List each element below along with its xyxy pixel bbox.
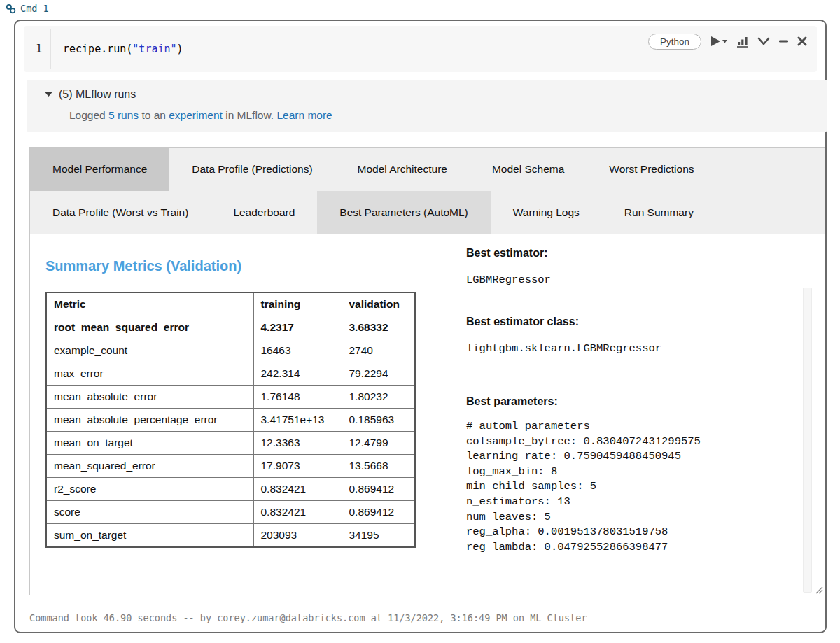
tab-leaderboard[interactable]: Leaderboard — [211, 191, 317, 234]
mlflow-runs-toggle[interactable]: (5) MLflow runs — [45, 88, 136, 101]
best-estimator-class-value: lightgbm.sklearn.LGBMRegressor — [466, 342, 795, 355]
table-cell: 3.68332 — [342, 316, 415, 339]
table-row: max_error242.31479.2294 — [46, 362, 415, 386]
table-cell: 3.41751e+13 — [253, 409, 342, 432]
table-cell: 13.5668 — [342, 455, 415, 478]
summary-metrics-section: Summary Metrics (Validation) Metrictrain… — [46, 258, 416, 548]
code-string-literal: "train" — [132, 43, 176, 55]
table-row: root_mean_squared_error4.23173.68332 — [46, 316, 415, 339]
code-line: recipe.run("train") — [63, 26, 183, 72]
table-row: example_count164632740 — [46, 339, 415, 362]
table-cell: 1.76148 — [253, 386, 342, 409]
tab-warning-logs[interactable]: Warning Logs — [491, 191, 602, 234]
command-status: Command took 46.90 seconds -- by corey.z… — [29, 612, 587, 623]
tab-run-summary[interactable]: Run Summary — [602, 191, 716, 234]
learn-more-link[interactable]: Learn more — [276, 109, 332, 121]
notebook-cell: 1 recipe.run("train") Python — [14, 20, 827, 633]
gutter-divider — [50, 29, 51, 69]
table-cell: 2740 — [342, 339, 415, 362]
table-cell: 0.869412 — [342, 478, 415, 501]
code-text: recipe.run( — [63, 43, 132, 55]
best-estimator-class-label: Best estimator class: — [466, 316, 795, 328]
tab-model-schema[interactable]: Model Schema — [470, 148, 587, 191]
table-cell: 0.832421 — [253, 501, 342, 524]
runs-link[interactable]: 5 runs — [108, 109, 139, 121]
notebook-page: Cmd 1 1 recipe.run("train") Python — [0, 0, 840, 643]
table-cell: r2_score — [46, 478, 253, 501]
best-parameters-label: Best parameters: — [466, 395, 795, 408]
best-estimator-label: Best estimator: — [466, 247, 795, 260]
table-cell: root_mean_squared_error — [46, 316, 253, 339]
table-cell: mean_on_target — [46, 432, 253, 455]
table-cell: example_count — [46, 339, 253, 362]
mlflow-detail-middle2: in MLflow. — [223, 109, 277, 121]
table-cell: max_error — [46, 362, 253, 386]
cmd-label[interactable]: Cmd 1 — [20, 3, 49, 14]
table-cell: 17.9073 — [253, 455, 342, 478]
table-cell: 34195 — [342, 524, 415, 548]
cmd-header: Cmd 1 — [6, 3, 49, 14]
table-cell: 16463 — [253, 339, 342, 362]
table-row: mean_squared_error17.907313.5668 — [46, 455, 415, 478]
minimize-icon[interactable] — [778, 37, 789, 45]
metrics-header-row: Metrictrainingvalidation — [46, 292, 415, 316]
vertical-scrollbar[interactable] — [803, 288, 812, 593]
table-cell: 0.832421 — [253, 478, 342, 501]
chart-icon[interactable] — [736, 36, 749, 48]
chevron-down-icon[interactable] — [757, 37, 770, 45]
caret-down-icon — [45, 92, 52, 97]
mlflow-runs-title: (5) MLflow runs — [59, 88, 136, 101]
mlflow-runs-detail: Logged 5 runs to an experiment in MLflow… — [69, 109, 332, 122]
mlflow-detail-middle1: to an — [139, 109, 169, 121]
tab-model-architecture[interactable]: Model Architecture — [335, 148, 470, 191]
mlflow-runs-section: (5) MLflow runs Logged 5 runs to an expe… — [27, 80, 827, 132]
table-cell: 203093 — [253, 524, 342, 548]
table-cell: 12.4799 — [342, 432, 415, 455]
metrics-header-cell: Metric — [46, 292, 253, 316]
table-row: mean_absolute_error1.761481.80232 — [46, 386, 415, 409]
resize-grip-icon[interactable] — [813, 584, 823, 594]
metrics-header-cell: validation — [342, 292, 415, 316]
run-icon[interactable] — [710, 36, 728, 47]
best-estimator-value: LGBMRegressor — [466, 274, 795, 286]
cell-toolbar: Python — [648, 31, 807, 51]
best-parameters-block: # automl parameters colsample_bytree: 0.… — [466, 419, 795, 555]
tab-data-profile-worst-vs-train[interactable]: Data Profile (Worst vs Train) — [30, 191, 211, 234]
table-cell: mean_absolute_percentage_error — [46, 409, 253, 432]
mlflow-detail-prefix: Logged — [69, 109, 108, 121]
table-row: mean_absolute_percentage_error3.41751e+1… — [46, 409, 415, 432]
table-cell: mean_absolute_error — [46, 386, 253, 409]
metrics-table: Metrictrainingvalidation root_mean_squar… — [46, 292, 416, 548]
line-number-gutter: 1 — [24, 26, 50, 72]
code-text-close: ) — [177, 43, 183, 55]
tab-row-2: Data Profile (Worst vs Train)Leaderboard… — [30, 191, 825, 234]
metrics-header-cell: training — [253, 292, 342, 316]
table-cell: 4.2317 — [253, 316, 342, 339]
experiment-link[interactable]: experiment — [169, 109, 223, 121]
table-cell: 0.185963 — [342, 409, 415, 432]
code-editor[interactable]: 1 recipe.run("train") Python — [24, 26, 817, 72]
best-parameters-section: Best estimator: LGBMRegressor Best estim… — [466, 247, 795, 555]
table-cell: 0.869412 — [342, 501, 415, 524]
tab-best-parameters-automl[interactable]: Best Parameters (AutoML) — [317, 191, 490, 234]
tab-model-performance[interactable]: Model Performance — [30, 148, 169, 191]
table-cell: mean_squared_error — [46, 455, 253, 478]
results-panel: Model PerformanceData Profile (Predictio… — [29, 147, 825, 595]
summary-metrics-heading: Summary Metrics (Validation) — [46, 258, 416, 274]
tab-data-profile-predictions[interactable]: Data Profile (Predictions) — [169, 148, 335, 191]
tab-row-1: Model PerformanceData Profile (Predictio… — [30, 148, 825, 191]
table-row: score0.8324210.869412 — [46, 501, 415, 524]
close-icon[interactable] — [797, 36, 807, 46]
table-cell: 242.314 — [253, 362, 342, 386]
metrics-table-head: Metrictrainingvalidation — [46, 292, 415, 316]
table-cell: 79.2294 — [342, 362, 415, 386]
table-row: r2_score0.8324210.869412 — [46, 478, 415, 501]
table-row: mean_on_target12.336312.4799 — [46, 432, 415, 455]
tab-panel-content: Summary Metrics (Validation) Metrictrain… — [30, 234, 825, 595]
language-selector-button[interactable]: Python — [648, 34, 701, 50]
table-cell: 12.3363 — [253, 432, 342, 455]
tab-worst-predictions[interactable]: Worst Predictions — [587, 148, 716, 191]
table-cell: 1.80232 — [342, 386, 415, 409]
link-icon[interactable] — [6, 3, 16, 14]
table-cell: score — [46, 501, 253, 524]
